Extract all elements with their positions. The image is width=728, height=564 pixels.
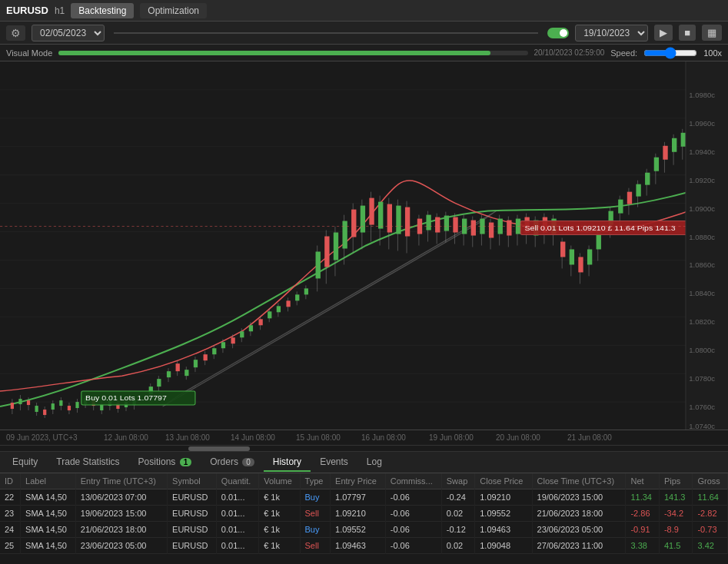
cell-symbol: EURUSD: [168, 522, 217, 538]
svg-rect-97: [378, 202, 383, 229]
svg-rect-75: [277, 306, 281, 312]
svg-rect-63: [221, 342, 225, 348]
svg-rect-59: [204, 354, 208, 360]
svg-rect-77: [286, 300, 290, 307]
cell-pips: -34.2: [659, 506, 693, 522]
svg-text:1.0820c: 1.0820c: [689, 319, 715, 327]
grid-button[interactable]: ▦: [702, 25, 722, 41]
tab-positions[interactable]: Positions 1: [129, 453, 201, 472]
cell-close-time: 27/06/2023 11:00: [532, 538, 626, 554]
stop-button[interactable]: ■: [679, 25, 696, 41]
orders-badge: 0: [242, 458, 254, 466]
table-row[interactable]: 24 SMA 14,50 21/06/2023 18:00 EURUSD 0.0…: [0, 522, 728, 538]
svg-text:1.0760c: 1.0760c: [689, 403, 715, 411]
speed-slider[interactable]: [643, 47, 697, 59]
progress-fill: [58, 51, 490, 55]
speed-value: 100x: [703, 48, 722, 58]
cell-entry-price: 1.09552: [331, 522, 386, 538]
tab-events[interactable]: Events: [311, 453, 357, 472]
svg-rect-15: [11, 403, 14, 409]
svg-rect-157: [654, 158, 659, 171]
speed-label: Speed:: [610, 48, 637, 58]
cell-type: Buy: [300, 489, 331, 506]
gear-button[interactable]: ⚙: [6, 25, 25, 41]
cell-label: SMA 14,50: [21, 506, 76, 522]
cell-entry-time: 19/06/2023 15:00: [75, 506, 167, 522]
col-volume: Volume: [259, 473, 300, 489]
cell-close-time: 23/06/2023 05:00: [532, 522, 626, 538]
scroll-thumb[interactable]: [188, 446, 250, 451]
col-entry-time: Entry Time (UTC+3): [75, 473, 167, 489]
history-table-container: ID Label Entry Time (UTC+3) Symbol Quant…: [0, 473, 728, 564]
toggle-switch[interactable]: [547, 28, 569, 38]
cell-symbol: EURUSD: [168, 489, 217, 506]
svg-text:1.0840c: 1.0840c: [689, 290, 715, 298]
svg-text:1.0800c: 1.0800c: [689, 347, 715, 354]
svg-rect-0: [0, 61, 728, 430]
table-row[interactable]: 22 SMA 14,50 13/06/2023 07:00 EURUSD 0.0…: [0, 489, 728, 506]
tab-trade-statistics[interactable]: Trade Statistics: [47, 453, 128, 472]
svg-rect-107: [426, 215, 430, 231]
cell-qty: 0.01...: [216, 489, 258, 506]
cell-pips: 141.3: [659, 489, 693, 506]
tab-orders[interactable]: Orders 0: [201, 453, 264, 472]
cell-type: Sell: [300, 506, 331, 522]
control-bar: ⚙ 02/05/2023 19/10/2023 ▶ ■ ▦: [0, 22, 728, 45]
tab-equity[interactable]: Equity: [3, 453, 47, 472]
col-close-price: Close Price: [475, 473, 532, 489]
end-date-select[interactable]: 19/10/2023: [575, 25, 648, 41]
start-date-select[interactable]: 02/05/2023: [32, 25, 105, 41]
cell-symbol: EURUSD: [168, 538, 217, 554]
tab-log[interactable]: Log: [357, 453, 391, 472]
table-row[interactable]: 25 SMA 14,50 23/06/2023 05:00 EURUSD 0.0…: [0, 538, 728, 554]
cell-qty: 0.01...: [216, 538, 258, 554]
svg-rect-57: [194, 360, 198, 367]
tab-optimization[interactable]: Optimization: [140, 3, 207, 18]
cell-swap: -0.12: [441, 522, 475, 538]
top-bar: EURUSD h1 Backtesting Optimization: [0, 0, 728, 22]
cell-qty: 0.01...: [216, 506, 258, 522]
svg-rect-61: [212, 348, 216, 354]
tab-backtesting[interactable]: Backtesting: [71, 3, 134, 18]
cell-close-time: 19/06/2023 15:00: [532, 489, 626, 506]
svg-rect-49: [157, 379, 161, 387]
table-row[interactable]: 23 SMA 14,50 19/06/2023 15:00 EURUSD 0.0…: [0, 506, 728, 522]
svg-rect-137: [560, 242, 565, 257]
svg-rect-31: [75, 402, 78, 408]
col-gross: Gross: [693, 473, 728, 489]
col-qty: Quantit.: [216, 473, 258, 489]
cell-label: SMA 14,50: [21, 489, 76, 506]
table-header: ID Label Entry Time (UTC+3) Symbol Quant…: [0, 473, 728, 489]
svg-rect-67: [240, 331, 244, 337]
cell-id: 24: [0, 522, 21, 538]
cell-label: SMA 14,50: [21, 538, 76, 554]
cell-close-price: 1.09463: [475, 522, 532, 538]
svg-text:1.0860c: 1.0860c: [689, 262, 715, 270]
col-swap: Swap: [441, 473, 475, 489]
cell-type: Sell: [300, 538, 331, 554]
play-button[interactable]: ▶: [654, 25, 673, 41]
col-commission: Commiss...: [385, 473, 441, 489]
col-label: Label: [21, 473, 76, 489]
timeframe-label: h1: [55, 5, 65, 16]
cell-label: SMA 14,50: [21, 522, 76, 538]
svg-text:1.0940c: 1.0940c: [689, 148, 715, 156]
cell-net: -0.91: [626, 522, 660, 538]
cell-commission: -0.06: [385, 522, 441, 538]
time-label-4: 15 Jun 08:00: [296, 433, 341, 442]
cell-swap: 0.02: [441, 538, 475, 554]
cell-net: 3.38: [626, 538, 660, 554]
horizontal-scrollbar[interactable]: [0, 446, 728, 452]
toggle-group: [547, 28, 569, 38]
cell-volume: € 1k: [259, 522, 300, 538]
cell-close-price: 1.09210: [475, 489, 532, 506]
svg-rect-51: [167, 371, 171, 377]
cell-gross: 11.64: [693, 489, 728, 506]
symbol-label: EURUSD: [6, 5, 48, 16]
cell-type: Buy: [300, 522, 331, 538]
svg-rect-81: [304, 288, 308, 294]
progress-bar: [58, 51, 527, 55]
svg-rect-113: [453, 217, 457, 233]
tab-history[interactable]: History: [264, 453, 311, 472]
svg-rect-149: [618, 200, 623, 214]
